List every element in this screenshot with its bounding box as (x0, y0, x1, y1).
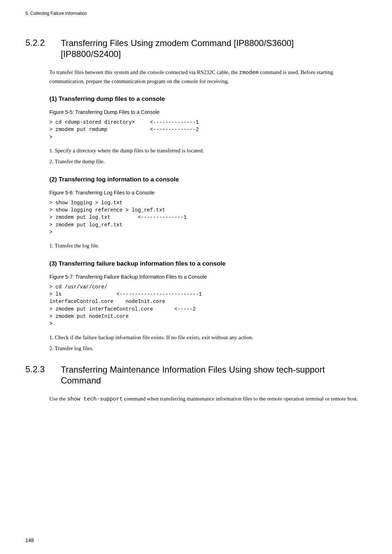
section-522-intro-a: To transfer files between this system an… (49, 69, 239, 75)
section-522-number: 5.2.2 (25, 38, 45, 48)
figure-5-7-caption: Figure 5-7: Transferring Failure Backup … (49, 274, 367, 280)
section-523-intro-para: Use the show tech-support command when t… (49, 395, 367, 404)
sub3-list-item-2: 2. Transfer log files. (49, 344, 367, 353)
section-522-intro-para: To transfer files between this system an… (49, 68, 367, 85)
section-523-intro-a: Use the (49, 396, 67, 402)
figure-5-5-code: > cd <dump-stored directory> <----------… (49, 119, 367, 141)
figure-5-6-caption: Figure 5-6: Transferring Log Files to a … (49, 190, 367, 196)
subsection-2-title: (2) Transferring log information to a co… (49, 176, 367, 183)
sub2-list-item-1: 1. Transfer the log file. (49, 242, 367, 250)
subsection-3-title: (3) Transferring failure backup informat… (49, 260, 367, 267)
subsection-1-title: (1) Transferring dump files to a console (49, 95, 367, 103)
section-523-title: Transferring Maintenance Information Fil… (61, 364, 344, 386)
sub3-list-item-1: 1. Check if the failure backup informati… (49, 333, 367, 342)
zmodem-command-inline: zmodem (239, 70, 259, 76)
section-523-intro-b: command when transferring maintenance in… (123, 396, 358, 402)
page-header: 5. Collecting Failure Information (25, 11, 367, 16)
figure-5-5-caption: Figure 5-5: Transferring Dump Files to a… (49, 109, 367, 115)
page-number: 148 (25, 537, 34, 543)
section-522-title: Transferring Files Using zmodem Command … (61, 38, 344, 59)
figure-5-6-code: > show logging > log.txt > show logging … (49, 199, 367, 236)
show-tech-support-command-inline: show tech-support (67, 396, 123, 402)
sub1-list-item-2: 2. Transfer the dump file. (49, 157, 367, 166)
figure-5-7-code: > cd /usr/var/core/ > ls <--------------… (49, 283, 367, 328)
section-523-number: 5.2.3 (25, 364, 45, 374)
sub1-list-item-1: 1. Specify a directory where the dump fi… (49, 147, 367, 155)
